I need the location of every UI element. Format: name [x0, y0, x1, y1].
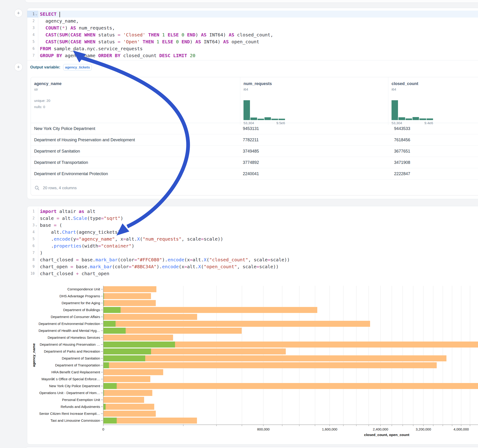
python-code-editor[interactable]: 1import altair as alt2scale = alt.Scale(…: [27, 206, 478, 277]
table-row[interactable]: Department of Transportation377489234719…: [31, 157, 478, 168]
sql-line-7: 7GROUP BY agency_name ORDER BY closed_co…: [27, 52, 478, 59]
cell-agency-name: Department of Transportation: [31, 160, 240, 165]
python-line-8: 8chart_closed = base.mark_bar(color="#FF…: [27, 256, 478, 263]
add-cell-button-output[interactable]: +: [14, 63, 23, 71]
column-histogram: [244, 100, 285, 120]
output-variable-row: Output variable: agency_tickets: [27, 60, 478, 74]
code-text: .encode(y="agency_name", x=alt.X("num_re…: [38, 236, 223, 243]
sql-line-6: 6FROM sample_data.nyc.service_requests: [27, 45, 478, 52]
add-cell-button-top[interactable]: +: [14, 9, 23, 17]
line-number: 6: [27, 243, 38, 249]
table-row[interactable]: Department of Housing Preservation and D…: [31, 134, 478, 146]
column-dtype: str: [34, 87, 240, 92]
python-line-1: 1import altair as alt: [27, 208, 478, 215]
code-text: chart_closed = base.mark_bar(color="#FFC…: [38, 256, 290, 263]
table-header-row: agency_namestrunique: 20nulls: 0num_requ…: [31, 77, 478, 123]
line-number: 2: [27, 215, 38, 222]
code-text: chart_open = base.mark_bar(color="#8BC34…: [38, 263, 279, 270]
histogram-range-labels: 53,3049.5e6: [244, 121, 285, 125]
code-text: import altair as alt: [38, 208, 95, 215]
line-number: 1⌄: [27, 11, 38, 18]
table-row[interactable]: Department of Sanitation37494853677651: [31, 146, 478, 157]
text-cursor: [59, 12, 60, 17]
code-text: alt.Chart(agency_tickets): [38, 229, 120, 236]
line-number: 3⌄: [27, 222, 38, 229]
table-body: New York City Police Department945313194…: [31, 123, 478, 180]
column-histogram: [391, 100, 433, 120]
column-header-closed_count[interactable]: closed_counti6453,3049.4e6: [388, 77, 478, 125]
line-number: 7: [27, 249, 38, 256]
line-number: 7: [27, 52, 38, 59]
cell-closed-count: 3471908: [388, 160, 478, 165]
fold-chevron-icon[interactable]: ⌄: [35, 11, 38, 18]
sql-line-4: 4 CAST(SUM(CASE WHEN status = 'Closed' T…: [27, 31, 478, 38]
notebook-page: + + 1⌄SELECT 2 agency_name,3 COUNT(*) AS…: [0, 0, 478, 448]
code-text: ): [38, 249, 43, 256]
table-footer: 20 rows, 4 columns: [31, 180, 478, 195]
column-header-agency_name[interactable]: agency_namestrunique: 20nulls: 0: [31, 77, 240, 125]
column-dtype: i64: [391, 87, 478, 92]
output-variable-pill[interactable]: agency_tickets: [63, 64, 92, 70]
python-line-3: 3⌄base = (: [27, 222, 478, 229]
cell-closed-count: 2222847: [388, 171, 478, 176]
code-text: .properties(width="container"): [38, 243, 134, 249]
cell-closed-count: 7618456: [388, 137, 478, 143]
cell-closed-count: 3677651: [388, 149, 478, 154]
column-name: closed_count: [391, 81, 478, 87]
line-number: 10: [27, 270, 38, 277]
fold-chevron-icon[interactable]: ⌄: [35, 222, 38, 229]
code-text: COUNT(*) AS num_requests,: [38, 25, 115, 31]
cell-closed-count: 9443533: [388, 126, 478, 131]
cell-agency-name: Department of Housing Preservation and D…: [31, 137, 240, 143]
column-header-num_requests[interactable]: num_requestsi6453,3049.5e6: [240, 77, 388, 125]
column-stats: unique: 20nulls: 0: [34, 98, 240, 110]
column-name: num_requests: [244, 81, 388, 87]
line-number: 8: [27, 256, 38, 263]
sql-line-2: 2 agency_name,: [27, 18, 478, 25]
code-text: SELECT: [38, 11, 60, 18]
next-cell-edge: [25, 447, 478, 448]
code-text: FROM sample_data.nyc.service_requests: [38, 45, 143, 52]
cell-agency-name: Department of Environmental Protection: [31, 171, 240, 176]
sql-line-3: 3 COUNT(*) AS num_requests,: [27, 25, 478, 31]
line-number: 6: [27, 45, 38, 52]
python-line-6: 6 .properties(width="container"): [27, 243, 478, 249]
cell-num-requests: 9453131: [240, 126, 388, 131]
code-text: scale = alt.Scale(type="sqrt"): [38, 215, 123, 222]
code-text: GROUP BY agency_name ORDER BY closed_cou…: [38, 52, 195, 59]
python-line-4: 4 alt.Chart(agency_tickets): [27, 229, 478, 236]
cell-num-requests: 7782211: [240, 137, 388, 143]
line-number: 3: [27, 25, 38, 31]
code-text: CAST(SUM(CASE WHEN status = 'Closed' THE…: [38, 31, 273, 38]
cell-agency-name: New York City Police Department: [31, 126, 240, 131]
cell-agency-name: Department of Sanitation: [31, 149, 240, 154]
python-line-5: 5 .encode(y="agency_name", x=alt.X("num_…: [27, 236, 478, 243]
cell-num-requests: 3749485: [240, 149, 388, 154]
python-line-2: 2scale = alt.Scale(type="sqrt"): [27, 215, 478, 222]
search-icon[interactable]: [35, 186, 40, 191]
line-number: 4: [27, 31, 38, 38]
code-text: CAST(SUM(CASE WHEN status = 'Open' THEN …: [38, 38, 259, 45]
output-variable-label: Output variable:: [30, 65, 60, 70]
table-summary: 20 rows, 4 columns: [43, 186, 76, 190]
line-number: 2: [27, 18, 38, 25]
histogram-range-labels: 53,3049.4e6: [391, 121, 433, 125]
line-number: 5: [27, 38, 38, 45]
cell-num-requests: 3774892: [240, 160, 388, 165]
output-variable-value: agency_tickets: [65, 65, 90, 69]
sql-code-editor[interactable]: 1⌄SELECT 2 agency_name,3 COUNT(*) AS num…: [27, 8, 478, 60]
line-number: 4: [27, 229, 38, 236]
python-line-9: 9chart_open = base.mark_bar(color="#8BC3…: [27, 263, 478, 270]
line-number: 5: [27, 236, 38, 243]
python-cell: 1import altair as alt2scale = alt.Scale(…: [27, 206, 478, 445]
previous-cell-edge: [25, 0, 478, 3]
code-text: base = (: [38, 222, 62, 229]
sql-cell: 1⌄SELECT 2 agency_name,3 COUNT(*) AS num…: [27, 8, 478, 199]
table-row[interactable]: Department of Environmental Protection22…: [31, 168, 478, 180]
code-text: agency_name,: [38, 18, 79, 25]
line-number: 1: [27, 208, 38, 215]
column-dtype: i64: [244, 87, 388, 92]
result-table: agency_namestrunique: 20nulls: 0num_requ…: [31, 77, 478, 195]
cell-num-requests: 2240041: [240, 171, 388, 176]
python-line-7: 7): [27, 249, 478, 256]
